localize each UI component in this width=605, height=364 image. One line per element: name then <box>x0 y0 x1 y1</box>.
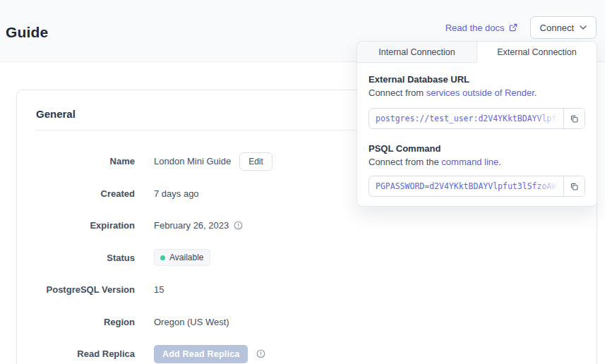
connect-panel-body: External Database URL Connect from servi… <box>357 63 597 197</box>
edit-button[interactable]: Edit <box>239 152 272 171</box>
row-value: 15 <box>154 284 164 295</box>
row-label: Expiration <box>17 220 135 231</box>
row-value: Oregon (US West) <box>154 317 229 327</box>
table-row-region: Region Oregon (US West) <box>17 306 597 339</box>
row-label: Read Replica <box>17 348 135 359</box>
external-url-heading: External Database URL <box>369 74 585 85</box>
psql-input-group: PGPASSWORD=d2V4YKktBDAYVlpfut3lSfzoAWhwb… <box>369 176 585 197</box>
psql-description: Connect from the command line. <box>369 157 585 167</box>
psql-heading: PSQL Command <box>369 143 585 154</box>
desc-text: . <box>498 157 501 167</box>
status-badge-label: Available <box>169 253 203 262</box>
copy-icon <box>570 114 579 123</box>
connection-tabs: Internal Connection External Connection <box>357 42 597 63</box>
chevron-down-icon <box>580 25 587 30</box>
external-url-description: Connect from services outside of Render. <box>369 87 585 98</box>
row-label: Name <box>17 156 135 166</box>
copy-psql-command-button[interactable] <box>563 176 585 196</box>
copy-external-url-button[interactable] <box>563 109 585 128</box>
tab-internal-connection[interactable]: Internal Connection <box>357 42 477 63</box>
read-replica-info-icon[interactable] <box>256 349 265 358</box>
desc-text: Connect from <box>369 87 426 98</box>
copy-icon <box>570 182 579 191</box>
header-actions: Read the docs Connect <box>445 16 597 39</box>
row-value: London Mini Guide <box>154 156 231 166</box>
table-row-read-replica: Read Replica Add Read Replica <box>17 338 597 364</box>
table-row-status: Status Available <box>17 242 597 274</box>
page-title: Guide <box>6 24 49 41</box>
external-link-icon <box>509 23 517 32</box>
table-row-postgres-version: PostgreSQL Version 15 <box>17 274 597 306</box>
command-line-link[interactable]: command line <box>441 157 498 167</box>
psql-command-input[interactable]: PGPASSWORD=d2V4YKktBDAYVlpfut3lSfzoAWhwb… <box>369 176 563 196</box>
external-url-input-group: postgres://test_user:d2V4YKktBDAYVlpfut3… <box>369 108 585 129</box>
external-url-input[interactable]: postgres://test_user:d2V4YKktBDAYVlpfut3… <box>369 109 563 128</box>
row-value: February 26, 2023 <box>154 220 229 231</box>
connect-button-label: Connect <box>540 23 574 33</box>
connect-dropdown-panel: Internal Connection External Connection … <box>357 41 597 207</box>
read-docs-label: Read the docs <box>445 23 505 33</box>
connect-button[interactable]: Connect <box>530 16 597 39</box>
table-row-expiration: Expiration February 26, 2023 <box>17 210 597 242</box>
row-label: Created <box>17 188 135 199</box>
row-label: Region <box>17 317 135 327</box>
row-label: Status <box>17 253 135 263</box>
desc-text: . <box>534 87 537 98</box>
expiration-info-icon[interactable] <box>234 221 243 230</box>
row-value: 7 days ago <box>154 188 199 199</box>
read-docs-link[interactable]: Read the docs <box>445 23 517 33</box>
services-outside-render-link[interactable]: services outside of Render <box>426 87 534 98</box>
add-read-replica-button[interactable]: Add Read Replica <box>154 345 248 363</box>
desc-text: Connect from the <box>369 157 441 167</box>
tab-external-connection[interactable]: External Connection <box>477 42 597 63</box>
status-badge: Available <box>154 249 210 266</box>
row-label: PostgreSQL Version <box>17 284 135 295</box>
status-dot-icon <box>160 255 165 260</box>
